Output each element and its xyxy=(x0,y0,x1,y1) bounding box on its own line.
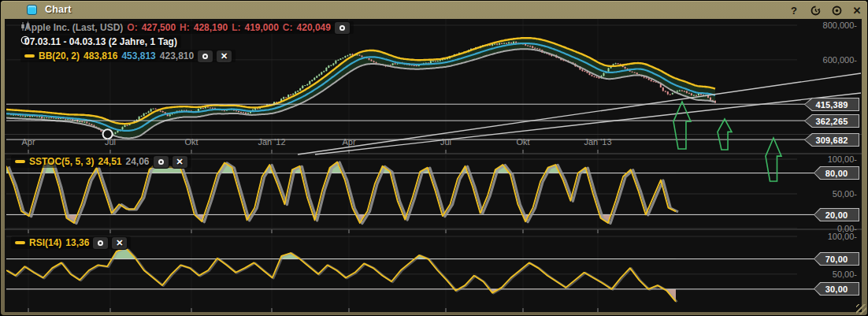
sstoc-panel xyxy=(6,159,818,229)
instrument-name: Apple Inc. (Last, USD) xyxy=(24,22,123,33)
range-legend: 07.03.11 - 04.03.13 (2 Jahre, 1 Tag) xyxy=(20,35,181,48)
rsi-name: RSI(14) xyxy=(29,237,61,248)
remove-x-icon: ✕ xyxy=(221,52,228,61)
sstoc-dash-icon xyxy=(15,160,25,163)
sstoc-d-value: 24,06 xyxy=(126,156,150,167)
rsi-dash-icon xyxy=(15,241,25,244)
options-ring-icon xyxy=(202,54,208,59)
bb-dash-icon xyxy=(24,54,35,58)
resize-grip[interactable] xyxy=(856,304,866,314)
rsi-remove-button[interactable]: ✕ xyxy=(112,237,127,249)
candlestick-icon xyxy=(20,21,31,32)
trendline[interactable] xyxy=(298,73,861,154)
sstoc-remove-button[interactable]: ✕ xyxy=(172,156,187,168)
bb-options-button[interactable] xyxy=(198,50,213,62)
low-label: L: xyxy=(232,22,240,33)
clock-icon xyxy=(20,35,30,45)
trendline[interactable] xyxy=(315,93,861,154)
remove-x-icon: ✕ xyxy=(176,158,183,166)
drawing-anchor-marker[interactable] xyxy=(103,129,113,139)
instrument-legend: Apple Inc. (Last, USD) O: 427,500 H: 428… xyxy=(20,21,354,34)
sstoc-options-button[interactable] xyxy=(154,156,169,168)
sstoc-k-value: 24,51 xyxy=(98,156,121,167)
instrument-options-button[interactable] xyxy=(335,22,350,34)
up-arrow-annotation[interactable] xyxy=(673,102,691,149)
reset-history-button[interactable] xyxy=(807,3,823,17)
options-ring-icon xyxy=(339,25,345,31)
low-value: 419,000 xyxy=(244,22,278,33)
chart-canvas[interactable]: Apple Inc. (Last, USD) O: 427,500 H: 428… xyxy=(5,19,862,312)
high-label: H: xyxy=(180,22,190,33)
close-button[interactable]: ✕ xyxy=(849,3,865,17)
rsi-options-button[interactable] xyxy=(93,237,108,249)
chart-app-icon xyxy=(27,5,37,15)
date-range: 07.03.11 - 04.03.13 (2 Jahre, 1 Tag) xyxy=(24,36,177,47)
chart-window: Chart ? ✕ Apple Inc. xyxy=(0,0,868,316)
bb-name: BB(20, 2) xyxy=(39,50,80,61)
indicator-line xyxy=(6,247,676,301)
open-label: O: xyxy=(127,22,137,33)
target-icon xyxy=(831,5,843,17)
bb-upper-value: 483,816 xyxy=(83,50,117,61)
high-value: 428,190 xyxy=(194,22,228,33)
close-value: 420,049 xyxy=(297,22,331,33)
bb-lower-value: 423,810 xyxy=(160,50,194,61)
bb-middle-value: 453,813 xyxy=(121,50,155,61)
options-ring-icon xyxy=(98,240,103,246)
sstoc-name: SSTOC(5, 5, 3) xyxy=(29,156,94,167)
sstoc-legend: SSTOC(5, 5, 3) 24,51 24,06 ✕ xyxy=(11,155,191,168)
crosshair-button[interactable] xyxy=(829,3,844,17)
bollinger-legend: BB(20, 2) 483,816 453,813 423,810 ✕ xyxy=(20,50,236,62)
help-button[interactable]: ? xyxy=(786,3,802,17)
reset-clock-icon xyxy=(810,5,822,17)
window-title: Chart xyxy=(45,4,72,15)
open-value: 427,500 xyxy=(142,22,176,33)
signal-line xyxy=(9,162,678,224)
close-label: C: xyxy=(283,22,293,33)
titlebar[interactable]: Chart ? ✕ xyxy=(1,1,867,19)
rsi-legend: RSI(14) 13,36 ✕ xyxy=(11,236,131,249)
options-ring-icon xyxy=(158,159,164,165)
bb-remove-button[interactable]: ✕ xyxy=(217,50,232,62)
remove-x-icon: ✕ xyxy=(116,239,123,247)
rsi-value: 13,36 xyxy=(65,237,89,248)
